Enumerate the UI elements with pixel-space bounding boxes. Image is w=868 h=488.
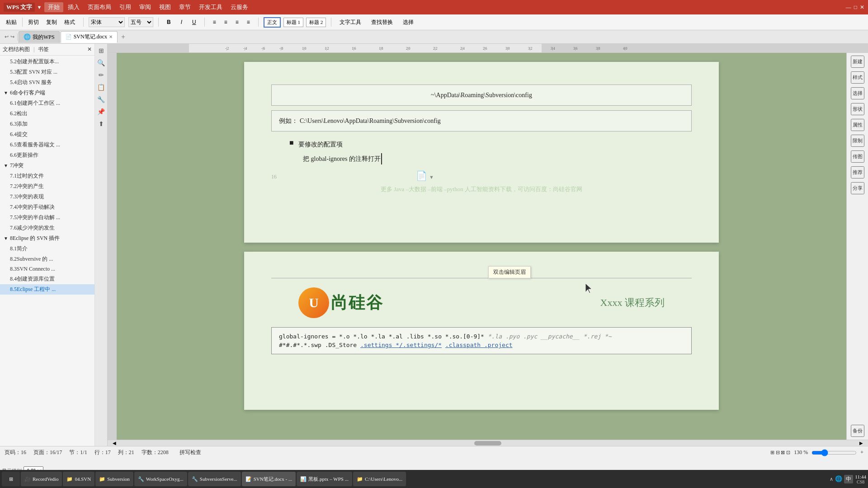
sidebar-item-53[interactable]: 5.3配置 SVN 对应 ...	[0, 67, 94, 77]
sidebar-item-66[interactable]: 6.6更新操作	[0, 150, 94, 160]
menu-insert[interactable]: 插入	[64, 2, 83, 12]
zoom-slider[interactable]	[811, 449, 857, 456]
taskbar-svnserver[interactable]: 🔧 SubversionServe...	[188, 472, 241, 486]
menu-view[interactable]: 视图	[156, 2, 175, 12]
menu-dev[interactable]: 开发工具	[195, 2, 226, 12]
cut-btn[interactable]: 剪切	[25, 18, 42, 27]
sidebar-title1[interactable]: 文档结构图	[3, 46, 30, 53]
sidebar-item-61[interactable]: 6.1创建两个工作区 ...	[0, 98, 94, 108]
style-h1[interactable]: 标题 1	[283, 18, 303, 27]
ime-indicator[interactable]: 中	[844, 475, 853, 483]
italic-btn[interactable]: I	[178, 18, 185, 27]
tab-close-btn[interactable]: ✕	[109, 34, 113, 39]
copy-btn[interactable]: 复制	[43, 18, 60, 27]
sidebar-item-76[interactable]: 7.6减少冲突的发生	[0, 223, 94, 233]
align-justify-btn[interactable]: ≡	[244, 18, 253, 26]
minimize-btn[interactable]: —	[846, 4, 851, 11]
style-h2[interactable]: 标题 2	[306, 18, 326, 27]
recommend-btn[interactable]: 推荐	[851, 166, 864, 178]
sidebar-item-71[interactable]: 7.1过时的文件	[0, 171, 94, 181]
sidebar-item-63[interactable]: 6.3添加	[0, 119, 94, 129]
align-center-btn[interactable]: ≡	[221, 18, 231, 26]
clock-area[interactable]: 11:44 CS8	[855, 474, 866, 484]
bullet2-text[interactable]: 把 global-ignores 的注释打开	[303, 153, 382, 164]
format-btn[interactable]: 格式	[61, 18, 78, 27]
sidebar-item-81[interactable]: 8.1简介	[0, 244, 94, 254]
h-scrollbar[interactable]: ◀ ▶	[108, 440, 868, 446]
tool-7[interactable]: ⬆	[97, 119, 105, 129]
paste-btn[interactable]: 粘贴	[3, 18, 20, 27]
sidebar-section-8[interactable]: ▼ 8Eclipse 的 SVN 插件	[0, 233, 94, 244]
redo-btn[interactable]: ↪	[10, 34, 14, 40]
close-btn[interactable]: ✕	[860, 4, 864, 11]
find-replace-btn[interactable]: 查找替换	[368, 18, 396, 27]
menu-review[interactable]: 审阅	[136, 2, 155, 12]
sidebar-item-74[interactable]: 7.4冲突的手动解决	[0, 202, 94, 212]
tab-svnnotes[interactable]: 📄 SVN笔记.docx ✕	[61, 31, 118, 43]
sidebar-item-83[interactable]: 8.3SVN Connecto ...	[0, 264, 94, 274]
style-normal[interactable]: 正文	[264, 17, 281, 28]
word-tools-btn[interactable]: 文字工具	[336, 18, 364, 27]
menu-chapter[interactable]: 章节	[175, 2, 194, 12]
tool-4[interactable]: 📋	[96, 82, 106, 93]
sidebar-item-75[interactable]: 7.5冲突的半自动解 ...	[0, 212, 94, 223]
tool-6[interactable]: 📌	[96, 107, 106, 117]
page-header[interactable]: 双击编辑页眉	[271, 270, 692, 278]
menu-layout[interactable]: 页面布局	[84, 2, 115, 12]
limit-btn[interactable]: 限制	[851, 135, 864, 147]
taskbar-ppt[interactable]: 📊 黑板.pptx – WPS ...	[297, 472, 352, 486]
zoom-in-btn[interactable]: +	[860, 449, 863, 456]
tool-1[interactable]: ⊞	[97, 46, 105, 56]
menu-start[interactable]: 开始	[44, 2, 63, 12]
new-btn[interactable]: 新建	[851, 56, 864, 68]
systray-arrow[interactable]: ∧	[830, 476, 833, 482]
menu-ref[interactable]: 引用	[116, 2, 135, 12]
scroll-thumb-h[interactable]	[474, 441, 501, 446]
menu-cloud[interactable]: 云服务	[227, 2, 252, 12]
sidebar-item-64[interactable]: 6.4提交	[0, 129, 94, 140]
align-left-btn[interactable]: ≡	[210, 18, 219, 26]
document-area[interactable]: ~\AppData\Roaming\Subversion\config 例如： …	[117, 53, 846, 440]
taskbar-svn-folder[interactable]: 📁 04.SVN	[63, 472, 94, 486]
scroll-left-btn[interactable]: ◀	[108, 441, 121, 446]
sidebar-item-62[interactable]: 6.2检出	[0, 108, 94, 119]
shape-btn[interactable]: 形状	[851, 103, 864, 115]
sidebar-item-84[interactable]: 8.4创建资源库位置	[0, 274, 94, 284]
tool-5[interactable]: 🔧	[96, 94, 106, 105]
taskbar-workspace[interactable]: 🔧 WorkSpaceOxyg...	[134, 472, 187, 486]
sidebar-item-85[interactable]: 8.5Eclipse 工程中 ...	[0, 284, 94, 295]
taskbar-svnnotes[interactable]: 📝 SVN笔记.docx - ...	[242, 472, 296, 486]
undo-btn[interactable]: ↩	[5, 34, 9, 40]
bold-btn[interactable]: B	[164, 18, 174, 27]
sidebar-section-6[interactable]: ▼ 6命令行客户端	[0, 88, 94, 98]
wps-logo-area[interactable]: WPS 文字 ▼	[4, 3, 42, 12]
style-btn-r[interactable]: 样式	[851, 71, 864, 84]
sidebar-title2[interactable]: 书签	[38, 46, 49, 53]
align-right-btn[interactable]: ≡	[232, 18, 242, 26]
font-select[interactable]: 宋体	[89, 17, 125, 27]
scroll-right-btn[interactable]: ▶	[854, 441, 868, 446]
share-btn[interactable]: 分享	[851, 182, 864, 194]
start-btn[interactable]: ⊞	[2, 472, 20, 486]
size-select[interactable]: 五号	[128, 17, 153, 27]
maximize-btn[interactable]: □	[854, 4, 857, 11]
sidebar-item-54[interactable]: 5.4启动 SVN 服务	[0, 77, 94, 88]
sidebar-section-7[interactable]: ▼ 7冲突	[0, 160, 94, 171]
select-btn[interactable]: 选择	[400, 18, 417, 27]
tab-mywps[interactable]: 🌐 我的WPS	[19, 31, 60, 43]
spell-check-status[interactable]: 拼写检查	[179, 449, 201, 456]
select-btn-r[interactable]: 选择	[851, 87, 864, 99]
wps-logo[interactable]: WPS 文字	[4, 3, 35, 12]
transfer-btn[interactable]: 传图	[851, 150, 864, 163]
attr-btn[interactable]: 属性	[851, 119, 864, 131]
dropdown-arrow[interactable]: ▼	[37, 5, 42, 10]
taskbar-subversion[interactable]: 📁 Subversion	[95, 472, 133, 486]
taskbar-explorer[interactable]: 📁 C:\Users\Lenovo...	[353, 472, 406, 486]
sidebar-close-btn[interactable]: ✕	[87, 46, 92, 53]
sidebar-item-72[interactable]: 7.2冲突的产生	[0, 181, 94, 192]
view-icons[interactable]: ⊞ ⊟ ⊠ ⊡	[770, 450, 790, 455]
sidebar-item-52[interactable]: 5.2创建并配置版本...	[0, 56, 94, 67]
tool-2[interactable]: 🔍	[96, 58, 106, 68]
taskbar-recordvedio[interactable]: 🎥 RecordVedio	[21, 472, 62, 486]
add-tab-btn[interactable]: +	[118, 33, 128, 41]
